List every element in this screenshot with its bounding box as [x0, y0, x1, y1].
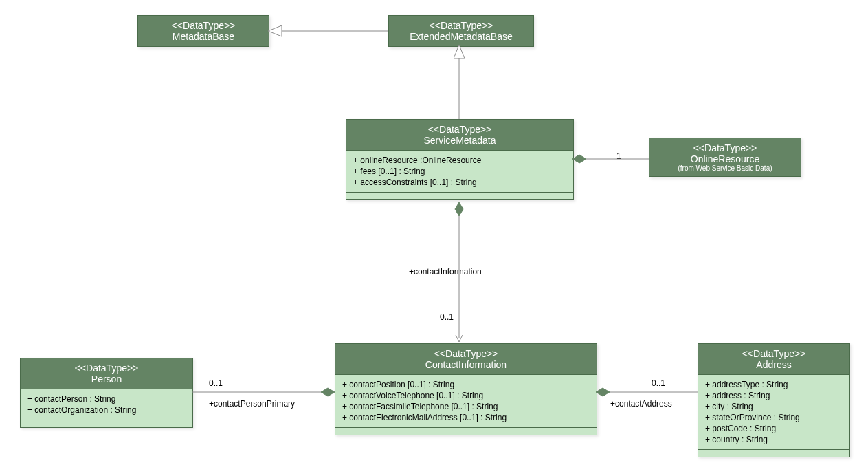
class-name: ExtendedMetadataBase [396, 31, 526, 42]
class-name: Address [705, 359, 843, 370]
stereotype: <<DataType>> [656, 142, 794, 153]
class-metadata-base: <<DataType>> MetadataBase [137, 15, 269, 47]
footer [335, 427, 597, 435]
attributes: + addressType : String + address : Strin… [698, 375, 849, 449]
footer [698, 449, 849, 457]
attribute: + contactOrganization : String [27, 404, 186, 415]
subtitle: (from Web Service Basic Data) [656, 164, 794, 172]
footer [21, 420, 192, 427]
class-online-resource: <<DataType>> OnlineResource (from Web Se… [649, 138, 801, 177]
class-address: <<DataType>> Address + addressType : Str… [698, 343, 850, 457]
class-person: <<DataType>> Person + contactPerson : St… [20, 358, 193, 428]
label-contact-address: +contactAddress [610, 399, 672, 409]
class-header: <<DataType>> OnlineResource (from Web Se… [649, 138, 801, 177]
class-name: Person [27, 374, 186, 385]
class-name: ContactInformation [342, 359, 590, 370]
label-contact-information: +contactInformation [409, 267, 482, 277]
class-name: MetadataBase [145, 31, 262, 42]
class-name: OnlineResource [656, 153, 794, 164]
attribute: + contactVoiceTelephone [0..1] : String [342, 390, 590, 401]
class-header: <<DataType>> Address [698, 344, 849, 375]
class-contact-information: <<DataType>> ContactInformation + contac… [335, 343, 597, 435]
label-multiplicity: 0..1 [209, 378, 223, 388]
stereotype: <<DataType>> [396, 20, 526, 31]
label-multiplicity: 0..1 [652, 378, 665, 388]
label-contact-person-primary: +contactPersonPrimary [209, 399, 295, 409]
class-extended-metadata-base: <<DataType>> ExtendedMetadataBase [388, 15, 534, 47]
attribute: + stateOrProvince : String [705, 412, 843, 423]
class-service-metadata: <<DataType>> ServiceMetadata + onlineRes… [346, 119, 574, 200]
attribute: + postCode : String [705, 423, 843, 434]
class-header: <<DataType>> ContactInformation [335, 344, 597, 375]
class-header: <<DataType>> ExtendedMetadataBase [389, 16, 533, 47]
attributes: + onlineResource :OnlineResource + fees … [346, 151, 573, 192]
attribute: + city : String [705, 401, 843, 412]
svg-marker-9 [321, 388, 335, 396]
label-multiplicity: 1 [616, 151, 621, 161]
stereotype: <<DataType>> [145, 20, 262, 31]
attribute: + contactPosition [0..1] : String [342, 379, 590, 390]
svg-marker-5 [572, 155, 586, 163]
attribute: + address : String [705, 390, 843, 401]
svg-marker-1 [268, 25, 282, 36]
svg-marker-7 [455, 202, 463, 216]
stereotype: <<DataType>> [353, 124, 566, 135]
attributes: + contactPerson : String + contactOrgani… [21, 389, 192, 420]
svg-marker-11 [596, 388, 610, 396]
attribute: + country : String [705, 434, 843, 445]
stereotype: <<DataType>> [342, 348, 590, 359]
stereotype: <<DataType>> [705, 348, 843, 359]
class-header: <<DataType>> ServiceMetadata [346, 120, 573, 151]
attribute: + contactFacsimileTelephone [0..1] : Str… [342, 401, 590, 412]
attribute: + accessConstraints [0..1] : String [353, 177, 566, 188]
attributes: + contactPosition [0..1] : String + cont… [335, 375, 597, 427]
stereotype: <<DataType>> [27, 363, 186, 374]
attribute: + contactPerson : String [27, 393, 186, 404]
class-header: <<DataType>> MetadataBase [138, 16, 269, 47]
attribute: + onlineResource :OnlineResource [353, 155, 566, 166]
class-name: ServiceMetadata [353, 135, 566, 146]
footer [346, 192, 573, 199]
attribute: + addressType : String [705, 379, 843, 390]
label-multiplicity: 0..1 [440, 312, 454, 322]
attribute: + contactElectronicMailAddress [0..1] : … [342, 412, 590, 423]
attribute: + fees [0..1] : String [353, 166, 566, 177]
class-header: <<DataType>> Person [21, 358, 192, 389]
